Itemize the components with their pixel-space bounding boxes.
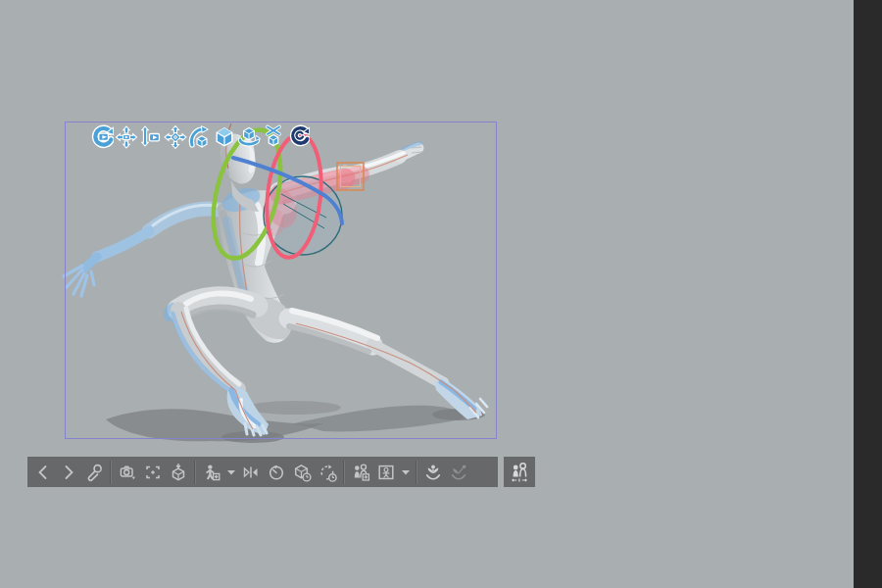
mannequin-left-arm [64, 205, 220, 296]
focus-view-icon[interactable] [140, 459, 166, 485]
add-figure-icon[interactable] [199, 459, 224, 485]
sprout-hand-disabled-icon[interactable] [446, 459, 471, 485]
object-launcher-toolbar [27, 457, 498, 487]
rotation-sphere[interactable] [264, 176, 342, 255]
scene-3d[interactable] [0, 0, 882, 588]
sprout-hand-icon[interactable] [420, 459, 446, 485]
object-manipulation-toolbar [90, 124, 310, 150]
caret-down-icon[interactable] [399, 459, 413, 485]
cube-clock-icon[interactable] [289, 459, 315, 485]
cube-drop-icon[interactable] [166, 459, 191, 485]
chevron-left-icon[interactable] [30, 459, 56, 485]
clock-reset-icon[interactable] [264, 459, 289, 485]
object-snap-icon[interactable] [262, 124, 285, 150]
camera-pan-icon[interactable] [115, 124, 138, 150]
ground-shadow [106, 401, 485, 443]
pose-magnet-icon[interactable] [286, 124, 310, 150]
rotate-reset-icon[interactable] [315, 459, 340, 485]
right-dark-panel [854, 0, 882, 588]
object-view-cube-icon[interactable] [213, 124, 236, 150]
object-rotate-plane-icon[interactable] [237, 124, 261, 150]
camera-rotate-icon[interactable] [90, 124, 114, 150]
figure-box-icon[interactable] [373, 459, 399, 485]
object-move-icon[interactable] [164, 124, 187, 150]
chevron-right-icon[interactable] [56, 459, 81, 485]
register-pose-icon[interactable] [348, 459, 373, 485]
caret-down-icon[interactable] [224, 459, 238, 485]
toolbar-separator [194, 461, 196, 484]
flip-horizontal-icon[interactable] [238, 459, 264, 485]
wrench-icon[interactable] [81, 459, 107, 485]
toolbar-separator [110, 461, 112, 484]
camera-angle-icon[interactable] [115, 459, 140, 485]
camera-zoom-icon[interactable] [139, 124, 163, 150]
canvas-area[interactable] [0, 0, 882, 588]
toolbar-separator [343, 461, 345, 484]
figure-scale-button[interactable] [504, 457, 535, 487]
toolbar-separator [416, 461, 417, 484]
object-rotate-3d-icon[interactable] [188, 124, 212, 150]
